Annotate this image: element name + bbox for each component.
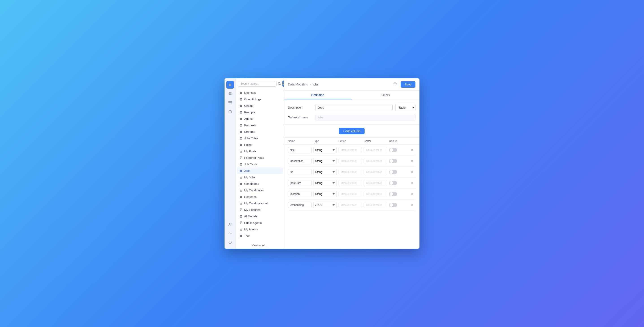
sidebar-item-openai-logs[interactable]: OpenAI Logs [237,96,283,103]
col-setter-input-4[interactable] [338,191,362,197]
rail-icon-db[interactable]: ⊞ [226,81,234,89]
svg-rect-106 [240,236,241,237]
col-setter-input-0[interactable] [338,147,362,153]
description-input[interactable] [315,104,392,111]
tab-definition[interactable]: Definition [284,91,352,100]
rail-icon-ai[interactable] [226,90,234,98]
grid-icon [239,111,242,114]
sidebar-item-prompts[interactable]: Prompts [237,109,283,116]
col-remove-button-4[interactable]: × [409,192,416,196]
svg-rect-18 [240,93,241,94]
rail-icon-power[interactable] [226,238,234,246]
col-unique-toggle-1[interactable] [389,159,397,163]
sidebar-item-my-candidates[interactable]: My Candidates [237,187,283,194]
view-more-link[interactable]: View more ... [236,242,284,249]
search-input[interactable] [238,81,276,87]
col-remove-button-3[interactable]: × [409,181,416,185]
sidebar-item-candidates[interactable]: Candidates [237,181,283,187]
col-type-select-0[interactable]: StringNumberBooleanJSONDateArray [313,147,337,153]
col-getter-input-3[interactable] [364,180,387,186]
technical-name-input[interactable] [315,114,416,121]
svg-rect-37 [241,124,242,125]
sidebar-item-licenses[interactable]: Licenses [237,90,283,96]
svg-rect-38 [240,125,241,126]
sidebar-item-posts[interactable]: Posts [237,142,283,148]
add-column-button[interactable]: + Add column [339,128,364,134]
col-name-input-4[interactable] [288,191,312,197]
col-type-select-1[interactable]: StringNumberBooleanJSONDateArray [313,158,337,164]
sidebar-item-my-agents[interactable]: My Agents [237,226,283,233]
svg-rect-17 [241,92,242,93]
svg-rect-2 [229,94,230,95]
svg-rect-14 [282,84,284,85]
tab-filters[interactable]: Filters [352,91,420,100]
col-header-setter: Setter [338,140,362,143]
rail-icon-data[interactable] [226,108,234,116]
grid-view-button[interactable] [282,81,284,87]
save-button[interactable]: Save [401,81,416,88]
sidebar-item-label-ai-models: AI Models [244,215,257,218]
sidebar-item-label-jobs: Jobs [244,169,250,172]
col-remove-button-1[interactable]: × [409,159,416,164]
sidebar-item-jobs[interactable]: Jobs [237,168,283,174]
sidebar-item-test[interactable]: Test [237,233,283,239]
col-name-input-3[interactable] [288,180,312,186]
add-column-row: + Add column [284,125,420,138]
sidebar-item-resumes[interactable]: Resumes [237,194,283,200]
sidebar-item-my-jobs[interactable]: My Jobs [237,174,283,181]
sidebar-item-my-candidates-full[interactable]: My Candidates full [237,200,283,207]
col-name-input-1[interactable] [288,158,312,164]
col-type-select-2[interactable]: StringNumberBooleanJSONDateArray [313,169,337,175]
col-setter-input-1[interactable] [338,158,362,164]
col-name-input-0[interactable] [288,147,312,153]
sidebar-item-featured-posts[interactable]: Featured Posts [237,155,283,161]
col-getter-input-2[interactable] [364,169,387,175]
sidebar-item-my-posts[interactable]: My Posts [237,148,283,155]
sidebar-item-chains[interactable]: Chains [237,103,283,109]
col-unique-toggle-0[interactable] [389,148,397,152]
col-unique-toggle-3[interactable] [389,181,397,185]
col-type-select-5[interactable]: StringNumberBooleanJSONDateArray [313,202,337,208]
col-getter-input-0[interactable] [364,147,387,153]
col-unique-toggle-4[interactable] [389,192,397,196]
sidebar-item-jobs-titles[interactable]: Jobs Titles [237,135,283,142]
rail-icon-settings[interactable] [226,229,234,237]
col-name-input-5[interactable] [288,202,312,208]
col-type-select-4[interactable]: StringNumberBooleanJSONDateArray [313,191,337,197]
col-type-select-3[interactable]: StringNumberBooleanJSONDateArray [313,180,337,186]
svg-rect-63 [241,164,242,165]
col-unique-toggle-2[interactable] [389,170,397,174]
col-remove-button-0[interactable]: × [409,148,416,153]
rail-icon-users[interactable] [226,220,234,228]
svg-rect-80 [240,196,241,197]
search-button[interactable] [278,81,281,87]
doc-icon [239,176,242,179]
sidebar-item-requests[interactable]: Requests [237,122,283,129]
col-name-input-2[interactable] [288,169,312,175]
svg-rect-12 [282,83,284,83]
col-unique-toggle-5[interactable] [389,203,397,207]
breadcrumb-parent[interactable]: Data Modeling [288,83,308,86]
col-setter-input-5[interactable] [338,202,362,208]
sidebar-item-my-licenses[interactable]: My Licenses [237,207,283,213]
delete-button[interactable] [392,81,398,88]
col-getter-input-5[interactable] [364,202,387,208]
svg-rect-73 [241,183,242,184]
col-remove-button-5[interactable]: × [409,202,416,207]
sidebar-item-streams[interactable]: Streams [237,129,283,135]
rail-icon-list[interactable] [226,99,234,107]
col-setter-input-2[interactable] [338,169,362,175]
doc-icon [239,156,242,159]
type-select[interactable]: Table View [395,104,416,111]
sidebar-item-job-cards[interactable]: Job Cards [237,161,283,168]
table-row: StringNumberBooleanJSONDateArray× [288,145,416,156]
col-getter-input-4[interactable] [364,191,387,197]
col-getter-input-1[interactable] [364,158,387,164]
sidebar-item-ai-models[interactable]: AI Models [237,213,283,220]
sidebar-item-public-agents[interactable]: Public agents [237,220,283,226]
col-setter-input-3[interactable] [338,180,362,186]
col-remove-button-2[interactable]: × [409,170,416,174]
svg-rect-107 [241,236,242,237]
svg-rect-44 [240,137,241,138]
sidebar-item-agents[interactable]: Agents [237,116,283,122]
